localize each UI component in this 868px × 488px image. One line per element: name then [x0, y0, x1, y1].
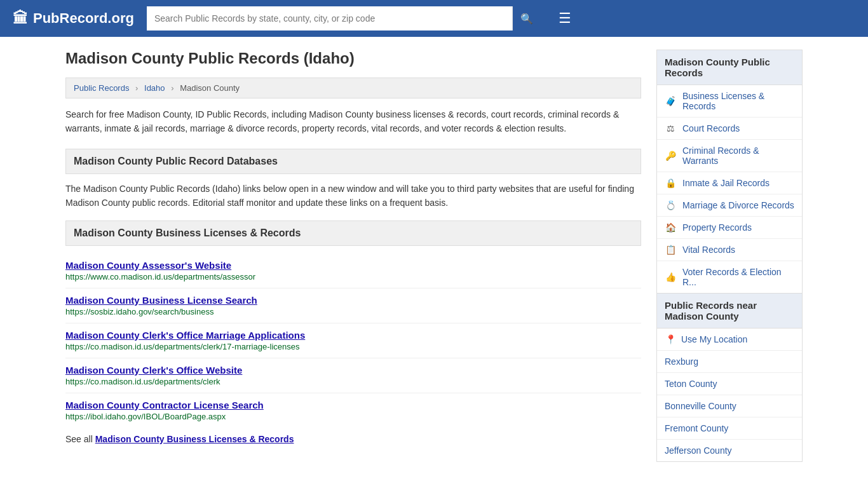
sidebar-nearby-label: Rexburg	[665, 356, 698, 367]
hamburger-icon: ☰	[559, 10, 571, 26]
sidebar-nearby-label: Fremont County	[665, 423, 728, 433]
sidebar-item-label: Inmate & Jail Records	[682, 178, 770, 188]
sidebar-nearby-label: Teton County	[665, 379, 717, 389]
see-all-link[interactable]: Madison County Business Licenses & Recor…	[95, 434, 294, 444]
record-link-title[interactable]: Madison County Contractor License Search	[65, 400, 641, 410]
thumbsup-icon: 👍	[665, 272, 676, 282]
record-link-url: https://co.madison.id.us/departments/cle…	[65, 377, 641, 386]
sidebar-nearby-label: Jefferson County	[665, 445, 732, 456]
record-links-list: Madison County Assessor's Website https:…	[65, 254, 641, 428]
page-container: Madison County Public Records (Idaho) Pu…	[53, 37, 815, 475]
breadcrumb-sep-1: ›	[135, 83, 138, 93]
sidebar-item-label: Vital Records	[682, 245, 735, 255]
sidebar-nearby-jefferson[interactable]: Jefferson County	[657, 440, 802, 461]
list-item: Madison County Clerk's Office Marriage A…	[65, 323, 641, 358]
breadcrumb-public-records[interactable]: Public Records	[74, 83, 129, 93]
list-item: Madison County Clerk's Office Website ht…	[65, 358, 641, 393]
record-link-url: https://co.madison.id.us/departments/cle…	[65, 342, 641, 351]
databases-section-header: Madison County Public Record Databases	[65, 149, 641, 174]
sidebar-nearby-fremont[interactable]: Fremont County	[657, 417, 802, 440]
scales-icon: ⚖	[665, 123, 676, 133]
sidebar-nearby-label: Bonneville County	[665, 401, 736, 411]
logo-text: PubRecord.org	[33, 10, 134, 27]
logo-icon: 🏛	[13, 10, 28, 27]
search-bar: 🔍	[147, 6, 541, 30]
briefcase-icon: 🧳	[665, 96, 676, 106]
sidebar-nearby-title: Public Records near Madison County	[657, 294, 802, 329]
sidebar-nearby-rexburg[interactable]: Rexburg	[657, 351, 802, 373]
record-link-url: https://ibol.idaho.gov/IBOL/BoardPage.as…	[65, 412, 641, 421]
sidebar-item-label: Property Records	[682, 222, 752, 233]
sidebar-nearby-box: Public Records near Madison County 📍 Use…	[656, 294, 803, 462]
breadcrumb-sep-2: ›	[171, 83, 173, 93]
sidebar-nearby-bonneville[interactable]: Bonneville County	[657, 395, 802, 417]
search-input[interactable]	[147, 6, 512, 30]
main-content: Madison County Public Records (Idaho) Pu…	[65, 50, 641, 462]
sidebar-item-criminal-records[interactable]: 🔑 Criminal Records & Warrants	[657, 140, 802, 172]
databases-section-text: The Madison County Public Records (Idaho…	[65, 182, 641, 210]
hamburger-button[interactable]: ☰	[553, 8, 576, 29]
sidebar-item-label: Court Records	[682, 123, 740, 133]
sidebar-item-label: Business Licenses & Records	[682, 91, 794, 111]
list-item: Madison County Contractor License Search…	[65, 393, 641, 428]
record-link-title[interactable]: Madison County Clerk's Office Website	[65, 365, 641, 376]
clipboard-icon: 📋	[665, 245, 676, 255]
sidebar: Madison County Public Records 🧳 Business…	[656, 50, 803, 462]
sidebar-nearby-teton[interactable]: Teton County	[657, 373, 802, 395]
ring-icon: 💍	[665, 200, 676, 210]
sidebar-item-marriage-records[interactable]: 💍 Marriage & Divorce Records	[657, 194, 802, 217]
sidebar-item-voter-records[interactable]: 👍 Voter Records & Election R...	[657, 261, 802, 293]
see-all: See all Madison County Business Licenses…	[65, 434, 641, 444]
site-logo[interactable]: 🏛 PubRecord.org	[13, 10, 134, 27]
sidebar-nearby-use-location[interactable]: 📍 Use My Location	[657, 329, 802, 351]
lock-icon: 🔒	[665, 178, 676, 188]
breadcrumb: Public Records › Idaho › Madison County	[65, 78, 641, 98]
house-icon: 🏠	[665, 222, 676, 233]
sidebar-item-label: Voter Records & Election R...	[682, 267, 794, 287]
search-icon: 🔍	[520, 13, 533, 25]
sidebar-item-vital-records[interactable]: 📋 Vital Records	[657, 239, 802, 261]
intro-text: Search for free Madison County, ID Publi…	[65, 107, 641, 136]
location-pin-icon: 📍	[665, 334, 676, 344]
sidebar-item-label: Criminal Records & Warrants	[682, 146, 794, 166]
list-item: Madison County Business License Search h…	[65, 288, 641, 323]
record-link-url: https://www.co.madison.id.us/departments…	[65, 272, 641, 281]
breadcrumb-current: Madison County	[180, 83, 240, 93]
record-link-title[interactable]: Madison County Business License Search	[65, 295, 641, 306]
page-title: Madison County Public Records (Idaho)	[65, 50, 641, 67]
sidebar-item-label: Marriage & Divorce Records	[682, 200, 794, 210]
sidebar-main-box: Madison County Public Records 🧳 Business…	[656, 50, 803, 294]
list-item: Madison County Assessor's Website https:…	[65, 254, 641, 288]
search-button[interactable]: 🔍	[512, 6, 541, 30]
sidebar-nearby-label: Use My Location	[681, 334, 747, 344]
site-header: 🏛 PubRecord.org 🔍 ☰	[0, 0, 868, 37]
sidebar-item-court-records[interactable]: ⚖ Court Records	[657, 118, 802, 140]
record-link-title[interactable]: Madison County Clerk's Office Marriage A…	[65, 330, 641, 341]
record-link-url: https://sosbiz.idaho.gov/search/business	[65, 307, 641, 316]
key-icon: 🔑	[665, 151, 676, 161]
sidebar-item-property-records[interactable]: 🏠 Property Records	[657, 217, 802, 239]
record-link-title[interactable]: Madison County Assessor's Website	[65, 260, 641, 271]
sidebar-main-title: Madison County Public Records	[657, 50, 802, 85]
sidebar-item-business-licenses[interactable]: 🧳 Business Licenses & Records	[657, 85, 802, 118]
sidebar-item-inmate-records[interactable]: 🔒 Inmate & Jail Records	[657, 172, 802, 194]
business-section-header: Madison County Business Licenses & Recor…	[65, 220, 641, 246]
breadcrumb-idaho[interactable]: Idaho	[144, 83, 165, 93]
